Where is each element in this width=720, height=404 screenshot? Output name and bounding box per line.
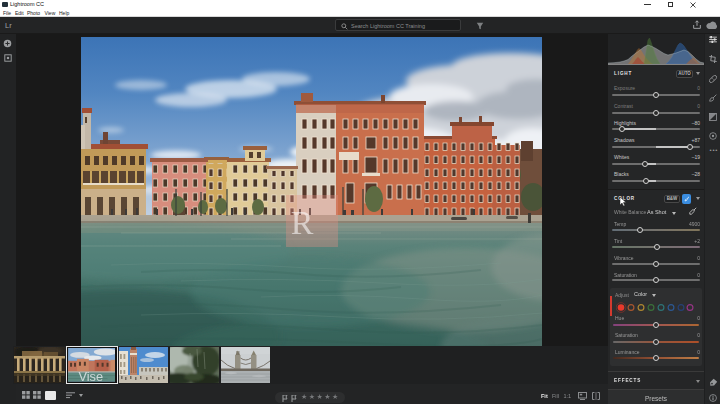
svg-text:Vise: Vise xyxy=(78,369,103,381)
svg-text:R: R xyxy=(291,204,314,241)
